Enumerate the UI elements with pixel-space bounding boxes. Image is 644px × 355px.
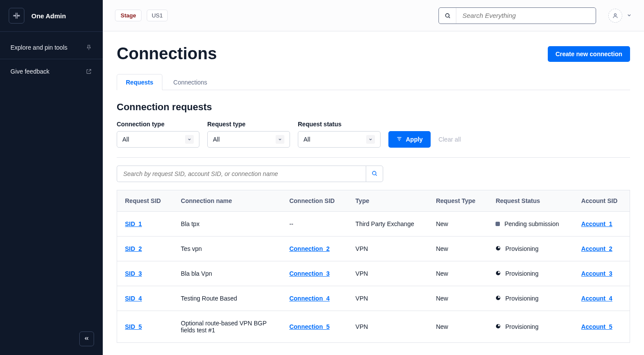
status-text: Provisioning [505,295,538,302]
connection-name-cell: Tes vpn [173,237,281,261]
requests-table: Request SID Connection name Connection S… [117,190,630,343]
connection-name-cell: Testing Route Based [173,286,281,311]
table-row: SID_2Tes vpnConnection_2VPNNewProvisioni… [117,237,630,261]
select-value: All [213,136,220,143]
tab-connections[interactable]: Connections [164,74,216,90]
connection-sid-text: -- [289,220,293,227]
account-sid-link[interactable]: Account_5 [581,323,613,330]
status-clock-icon [496,245,501,252]
table-row: SID_3Bla bla VpnConnection_3VPNNewProvis… [117,261,630,286]
apply-button[interactable]: Apply [388,131,431,148]
request-sid-link[interactable]: SID_3 [125,270,142,277]
status-clock-icon [496,270,501,277]
type-cell: VPN [347,286,428,311]
avatar [608,9,622,23]
filter-icon [396,136,402,143]
topbar: Stage US1 [103,0,644,31]
status-cell: Provisioning [496,323,565,330]
col-request-type: Request Type [428,190,488,212]
status-cell: Provisioning [496,245,565,252]
chevron-down-icon [366,135,375,144]
table-search-button[interactable] [366,166,383,182]
status-square-icon [496,222,500,226]
account-sid-link[interactable]: Account_1 [581,220,613,227]
tab-requests[interactable]: Requests [117,74,162,90]
col-connection-sid: Connection SID [281,190,347,212]
col-connection-name: Connection name [173,190,281,212]
select-value: All [303,136,310,143]
global-search [438,7,596,24]
request-type-cell: New [428,237,488,261]
request-type-cell: New [428,311,488,343]
user-menu[interactable] [608,9,632,23]
col-account-sid: Account SID [573,190,630,212]
request-type-cell: New [428,286,488,311]
table-header-row: Request SID Connection name Connection S… [117,190,630,212]
chevron-double-left-icon [84,335,90,343]
status-clock-icon [496,323,501,330]
brand-logo-icon [9,8,24,24]
create-connection-button[interactable]: Create new connection [548,46,630,62]
table-search [117,166,630,182]
filter-label: Request status [298,121,381,128]
status-text: Pending submission [504,220,559,227]
search-icon [439,8,456,24]
table-search-input[interactable] [117,166,366,182]
connection-sid-link[interactable]: Connection_4 [289,295,330,302]
search-icon [371,170,378,178]
global-search-input[interactable] [456,8,596,24]
sidebar-nav: Explore and pin tools Give feedback [0,32,103,87]
tabs: Requests Connections [117,74,630,90]
section-title: Connection requests [117,101,630,113]
filter-request-status: Request status All [298,121,381,148]
type-cell: VPN [347,261,428,286]
chevron-down-icon [276,135,284,144]
svg-point-2 [372,171,376,175]
region-badge[interactable]: US1 [147,10,167,21]
connection-sid-link[interactable]: Connection_5 [289,323,330,330]
svg-point-1 [614,14,617,16]
request-sid-link[interactable]: SID_1 [125,220,142,227]
sidebar-item-label: Give feedback [10,68,50,75]
table-row: SID_4Testing Route BasedConnection_4VPNN… [117,286,630,311]
request-sid-link[interactable]: SID_5 [125,323,142,330]
connection-sid-link[interactable]: Connection_3 [289,270,330,277]
status-text: Provisioning [505,245,538,252]
account-sid-link[interactable]: Account_4 [581,295,613,302]
chevron-down-icon [185,135,194,144]
main: Stage US1 Connections Creat [103,0,644,355]
connection-type-select[interactable]: All [117,131,199,148]
chevron-down-icon [627,12,632,19]
status-text: Provisioning [505,270,538,277]
sidebar-collapse-button[interactable] [79,331,94,346]
col-type: Type [347,190,428,212]
svg-point-0 [445,14,449,17]
sidebar-item-feedback[interactable]: Give feedback [0,62,103,81]
filter-label: Connection type [117,121,199,128]
content: Connections Create new connection Reques… [103,31,644,355]
clear-all-button[interactable]: Clear all [438,131,461,148]
connection-name-cell: Bla bla Vpn [173,261,281,286]
brand-name: One Admin [31,12,66,20]
pin-icon [85,44,92,51]
request-sid-link[interactable]: SID_4 [125,295,142,302]
connection-name-cell: Optional route-based VPN BGP fields test… [173,311,281,343]
table-row: SID_5Optional route-based VPN BGP fields… [117,311,630,343]
sidebar-item-explore[interactable]: Explore and pin tools [0,38,103,59]
status-cell: Pending submission [496,220,565,227]
table-row: SID_1Bla tpx--Third Party ExchangeNewPen… [117,212,630,237]
request-type-cell: New [428,261,488,286]
status-cell: Provisioning [496,270,565,277]
connection-sid-link[interactable]: Connection_2 [289,245,330,252]
account-sid-link[interactable]: Account_3 [581,270,613,277]
account-sid-link[interactable]: Account_2 [581,245,613,252]
col-request-sid: Request SID [117,190,173,212]
page-title: Connections [117,44,217,63]
environment-badge[interactable]: Stage [115,10,142,21]
request-type-select[interactable]: All [207,131,290,148]
request-status-select[interactable]: All [298,131,381,148]
request-sid-link[interactable]: SID_2 [125,245,142,252]
col-request-status: Request Status [488,190,573,212]
sidebar-item-label: Explore and pin tools [10,44,67,51]
type-cell: VPN [347,237,428,261]
